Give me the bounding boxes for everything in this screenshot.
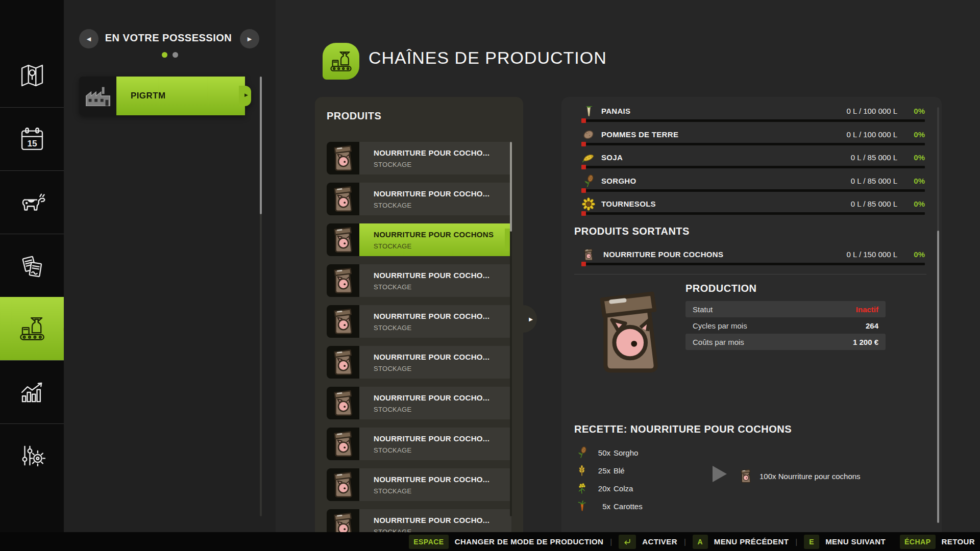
- pig-feed-bag-icon: [327, 183, 359, 215]
- pig-feed-bag-icon: [327, 509, 359, 532]
- product-item-body: NOURRITURE POUR COCHO...STOCKAGE: [359, 264, 511, 297]
- fill-percent: 0%: [914, 199, 925, 208]
- possession-scrollbar[interactable]: [260, 77, 262, 516]
- sidebar-item-calendar[interactable]: 15: [0, 107, 64, 170]
- page-dot-1[interactable]: [162, 52, 167, 58]
- product-list-item[interactable]: NOURRITURE POUR COCHO...STOCKAGE: [327, 305, 511, 338]
- production-details-panel: PANAIS0 L / 100 000 L0%POMMES DE TERRE0 …: [561, 97, 942, 532]
- ingredient-qty: 20x: [590, 484, 610, 493]
- fill-type-name: POMMES DE TERRE: [601, 130, 678, 139]
- production-chain-icon: [328, 48, 354, 74]
- sidebar-item-animals[interactable]: [0, 170, 64, 234]
- keybind-label: MENU PRÉCÉDENT: [714, 537, 789, 546]
- stat-label: Statut: [693, 305, 713, 314]
- product-list-item[interactable]: NOURRITURE POUR COCHO...STOCKAGE: [327, 142, 511, 174]
- sorghum-icon: [576, 446, 588, 459]
- products-list: NOURRITURE POUR COCHO...STOCKAGENOURRITU…: [327, 142, 511, 532]
- key-badge: A: [693, 535, 708, 549]
- possession-next-button[interactable]: ▶: [240, 29, 259, 48]
- pig-feed-bag-icon: [327, 142, 359, 174]
- production-icon: [17, 314, 47, 343]
- production-thumbnail: [79, 77, 116, 115]
- fill-level-value: 0 L / 100 000 L: [846, 130, 897, 139]
- product-item-body: NOURRITURE POUR COCHO...STOCKAGE: [359, 183, 511, 215]
- fill-percent: 0%: [914, 130, 925, 139]
- ingredient-row: 5xCarottes: [576, 500, 643, 512]
- pig-feed-bag-icon: [330, 430, 356, 458]
- sidebar-item-statistics[interactable]: [0, 360, 64, 423]
- sidebar-item-production[interactable]: [0, 297, 64, 360]
- stat-label: Coûts par mois: [693, 338, 744, 346]
- key-badge: ÉCHAP: [900, 535, 936, 549]
- pig-feed-bag-image: [591, 287, 667, 378]
- fill-level-row: SOJA0 L / 85 000 L0%: [561, 152, 942, 163]
- possession-pagination[interactable]: [64, 52, 276, 58]
- carrot-icon: [576, 500, 588, 512]
- product-item-title: NOURRITURE POUR COCHO...: [374, 434, 511, 443]
- fill-progress-bar: [582, 212, 925, 215]
- keybind-label: MENU SUIVANT: [825, 537, 886, 546]
- recipe-title: RECETTE: NOURRITURE POUR COCHONS: [574, 423, 792, 435]
- pig-feed-bag-icon: [327, 468, 359, 501]
- keybind-menu-suivant[interactable]: EMENU SUIVANT: [804, 535, 886, 549]
- fill-percent: 0%: [914, 107, 925, 115]
- keybind-menu-pr-c-dent[interactable]: AMENU PRÉCÉDENT: [693, 535, 789, 549]
- ingredient-name: Colza: [614, 484, 633, 493]
- product-list-item[interactable]: NOURRITURE POUR COCHO...STOCKAGE: [327, 387, 511, 419]
- product-list-item[interactable]: NOURRITURE POUR COCHONSSTOCKAGE▶: [327, 223, 511, 256]
- fill-level-value: 0 L / 85 000 L: [851, 199, 897, 208]
- fill-type-name: SOJA: [601, 153, 623, 162]
- ingredient-name: Carottes: [614, 502, 643, 511]
- sidebar-item-contracts[interactable]: [0, 234, 64, 297]
- pig-feed-bag-icon: [327, 428, 359, 460]
- product-list-item[interactable]: NOURRITURE POUR COCHO...STOCKAGE: [327, 183, 511, 215]
- product-list-item[interactable]: NOURRITURE POUR COCHO...STOCKAGE: [327, 509, 511, 532]
- products-scrollbar[interactable]: [510, 142, 512, 516]
- keybind-bar: ESPACECHANGER DE MODE DE PRODUCTION|ACTI…: [0, 532, 980, 551]
- product-list-item[interactable]: NOURRITURE POUR COCHO...STOCKAGE: [327, 428, 511, 460]
- stat-label: Cycles par mois: [693, 321, 747, 330]
- products-panel-title: PRODUITS: [327, 110, 381, 122]
- recipe-output-label: 100x Nourriture pour cochons: [760, 472, 861, 481]
- fill-level-row: TOURNESOLS0 L / 85 000 L0%: [561, 198, 942, 210]
- production-stat-row: Coûts par mois1 200 €: [685, 334, 886, 350]
- cow-icon: [17, 188, 47, 217]
- expand-details-button[interactable]: ▶: [522, 305, 537, 333]
- pig-feed-bag-icon: [327, 346, 359, 379]
- production-stat-row: StatutInactif: [685, 301, 886, 317]
- calendar-icon: 15: [17, 124, 47, 154]
- product-list-item[interactable]: NOURRITURE POUR COCHO...STOCKAGE: [327, 346, 511, 379]
- fill-percent: 0%: [914, 153, 925, 162]
- details-scrollbar[interactable]: [937, 107, 939, 523]
- sidebar-item-settings[interactable]: [0, 423, 64, 487]
- keybind-changer-de-mode-de-production[interactable]: ESPACECHANGER DE MODE DE PRODUCTION: [409, 535, 603, 549]
- fill-level-row: POMMES DE TERRE0 L / 100 000 L0%: [561, 129, 942, 140]
- contracts-icon: [17, 251, 47, 281]
- fill-progress-bar: [582, 189, 925, 192]
- keybind-retour[interactable]: ÉCHAPRETOUR: [900, 535, 975, 549]
- owned-production-card[interactable]: PIGRTM ▶: [79, 77, 249, 115]
- sidebar-item-map[interactable]: [0, 44, 64, 107]
- fill-type-name: SORGHO: [601, 177, 636, 185]
- input-products-list: PANAIS0 L / 100 000 L0%POMMES DE TERRE0 …: [561, 106, 942, 223]
- stat-value: Inactif: [856, 305, 878, 314]
- production-name: PIGRTM: [131, 91, 166, 101]
- key-badge: ESPACE: [409, 535, 449, 549]
- key-badge: E: [804, 535, 819, 549]
- keybind-activer[interactable]: ACTIVER: [619, 535, 677, 549]
- enter-key-icon: [623, 538, 631, 546]
- fill-level-value: 0 L / 85 000 L: [851, 177, 897, 185]
- product-item-body: NOURRITURE POUR COCHO...STOCKAGE: [359, 305, 511, 338]
- product-item-body: NOURRITURE POUR COCHO...STOCKAGE: [359, 468, 511, 501]
- production-card-label: PIGRTM ▶: [116, 77, 245, 115]
- product-list-item[interactable]: NOURRITURE POUR COCHO...STOCKAGE: [327, 468, 511, 501]
- fill-level-value: 0 L / 85 000 L: [851, 153, 897, 162]
- output-products-list: NOURRITURE POUR COCHONS0 L / 150 000 L0%: [561, 249, 942, 269]
- product-item-subtitle: STOCKAGE: [374, 324, 511, 332]
- page-dot-2[interactable]: [173, 52, 178, 58]
- pig-feed-bag-icon: [330, 511, 356, 532]
- pig-feed-bag-icon: [327, 264, 359, 297]
- product-list-item[interactable]: NOURRITURE POUR COCHO...STOCKAGE: [327, 264, 511, 297]
- keybind-separator: |: [684, 537, 686, 546]
- production-stat-row: Cycles par mois264: [685, 317, 886, 334]
